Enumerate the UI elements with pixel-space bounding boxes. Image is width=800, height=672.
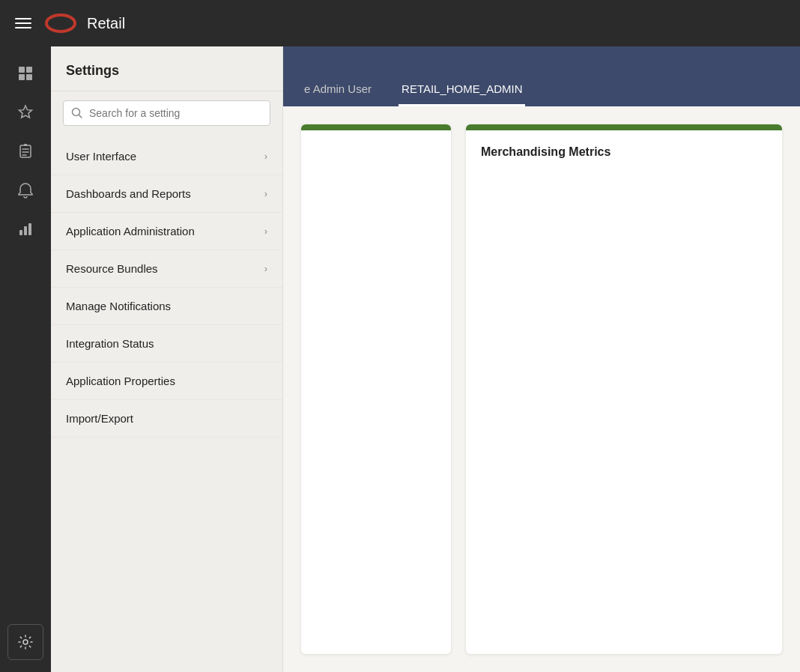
app-title: Retail (87, 15, 125, 32)
settings-menu: User Interface›Dashboards and Reports›Ap… (51, 135, 282, 441)
oracle-logo (45, 13, 76, 33)
settings-panel: Settings User Interface›Dashboards and R… (51, 46, 283, 672)
settings-search-container (51, 91, 282, 135)
content-body: Merchandising Metrics (283, 106, 800, 672)
menu-item-label-dashboards-reports: Dashboards and Reports (66, 187, 191, 200)
svg-rect-9 (28, 223, 31, 235)
svg-rect-3 (19, 74, 25, 80)
settings-menu-item-manage-notifications[interactable]: Manage Notifications (51, 288, 282, 325)
hamburger-menu-button[interactable] (12, 15, 34, 31)
menu-item-label-import-export: Import/Export (66, 412, 133, 425)
content-area: e Admin User RETAIL_HOME_ADMIN Merchandi… (283, 46, 800, 672)
svg-point-0 (46, 15, 75, 31)
svg-point-10 (23, 640, 28, 644)
tab-retail-home-admin[interactable]: RETAIL_HOME_ADMIN (399, 82, 525, 106)
chevron-right-icon: › (264, 188, 267, 199)
menu-item-label-manage-notifications: Manage Notifications (66, 300, 171, 312)
settings-menu-item-import-export[interactable]: Import/Export (51, 400, 282, 438)
topbar: Retail (0, 0, 800, 46)
card-bar-right (466, 124, 782, 130)
settings-menu-item-resource-bundles[interactable]: Resource Bundles› (51, 250, 282, 288)
chevron-right-icon: › (264, 151, 267, 162)
tab-admin-user[interactable]: e Admin User (301, 82, 375, 106)
settings-menu-item-user-interface[interactable]: User Interface› (51, 138, 282, 175)
menu-item-label-application-admin: Application Administration (66, 225, 195, 237)
menu-item-label-integration-status: Integration Status (66, 337, 154, 350)
settings-menu-item-application-properties[interactable]: Application Properties (51, 363, 282, 400)
settings-search-input[interactable] (89, 107, 262, 119)
svg-rect-8 (24, 226, 27, 235)
svg-rect-2 (26, 67, 32, 73)
nav-grid-icon[interactable] (7, 55, 43, 91)
search-icon (71, 107, 83, 119)
nav-notifications-icon[interactable] (7, 172, 43, 208)
settings-menu-item-dashboards-reports[interactable]: Dashboards and Reports› (51, 175, 282, 213)
svg-rect-1 (19, 67, 25, 73)
card-left (301, 124, 451, 654)
icon-rail (0, 46, 51, 672)
settings-menu-item-integration-status[interactable]: Integration Status (51, 325, 282, 363)
svg-rect-7 (19, 230, 22, 235)
nav-favorites-icon[interactable] (7, 94, 43, 130)
menu-item-label-resource-bundles: Resource Bundles (66, 262, 158, 275)
card-right: Merchandising Metrics (466, 124, 782, 654)
settings-button[interactable] (7, 624, 43, 660)
settings-title: Settings (51, 46, 282, 91)
svg-rect-4 (26, 74, 32, 80)
card-bar-left (301, 124, 451, 130)
settings-menu-item-application-admin[interactable]: Application Administration› (51, 213, 282, 250)
menu-item-label-application-properties: Application Properties (66, 375, 175, 387)
chevron-right-icon: › (264, 225, 267, 237)
card-right-title: Merchandising Metrics (481, 145, 767, 159)
content-header: e Admin User RETAIL_HOME_ADMIN (283, 46, 800, 106)
chevron-right-icon: › (264, 263, 267, 274)
svg-rect-6 (24, 144, 27, 146)
content-tabs: e Admin User RETAIL_HOME_ADMIN (301, 46, 525, 106)
nav-analytics-icon[interactable] (7, 211, 43, 247)
menu-item-label-user-interface: User Interface (66, 150, 136, 163)
nav-tasks-icon[interactable] (7, 133, 43, 169)
